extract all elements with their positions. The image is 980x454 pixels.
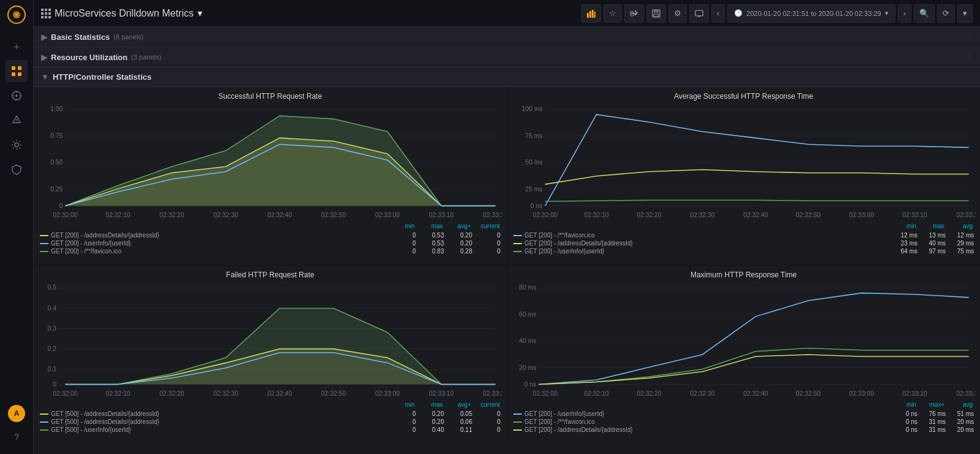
legend-row: GET [200] - /**/favicon.ico 12 ms 13 ms … (513, 232, 974, 239)
svg-text:02:33:20: 02:33:20 (483, 390, 502, 397)
chart-title-3: Maximum HTTP Response Time (512, 271, 975, 279)
user-avatar[interactable]: A (8, 405, 25, 422)
sidebar-item-settings[interactable] (6, 134, 28, 156)
sidebar-item-explore[interactable] (6, 85, 28, 107)
svg-text:02:33:20: 02:33:20 (483, 212, 502, 218)
svg-text:0.4: 0.4 (48, 305, 57, 312)
svg-text:02:32:00: 02:32:00 (53, 390, 77, 397)
svg-text:0.75: 0.75 (50, 133, 63, 139)
svg-text:02:33:20: 02:33:20 (957, 212, 975, 218)
svg-text:60 ms: 60 ms (519, 311, 536, 318)
svg-text:02:32:20: 02:32:20 (637, 212, 661, 218)
svg-text:02:32:30: 02:32:30 (213, 212, 238, 218)
svg-rect-20 (45, 12, 47, 15)
chart-svg-1: 100 ms 75 ms 50 ms 25 ms 0 ns 02:32:00 0… (512, 103, 975, 220)
svg-text:02:32:00: 02:32:00 (53, 212, 77, 218)
svg-rect-33 (695, 10, 703, 16)
section-title-resource-utilization: ▶ Resource Utilization (3 panels) (41, 53, 161, 62)
chart-title-0: Successful HTTP Request Rate (39, 92, 502, 101)
svg-text:25 ms: 25 ms (526, 186, 543, 193)
sidebar-item-add[interactable]: ＋ (6, 36, 28, 58)
display-icon (695, 9, 703, 18)
drag-handle-basic-stats[interactable]: ⠿ (967, 32, 973, 42)
svg-text:75 ms: 75 ms (526, 133, 543, 139)
next-time-button[interactable]: › (898, 4, 911, 23)
svg-point-15 (15, 143, 18, 147)
section-title-basic-statistics: ▶ Basic Statistics (8 panels) (41, 33, 144, 42)
svg-rect-19 (41, 12, 44, 15)
legend-row: GET [200] - /addressDetails/{addressId} … (40, 232, 500, 239)
sidebar-item-help[interactable]: ? (6, 426, 28, 448)
time-range-display[interactable]: 🕐 2020-01-20 02:31:51 to 2020-01-20 02:3… (727, 4, 895, 23)
sidebar-item-alerting[interactable] (6, 109, 28, 131)
svg-text:0.5: 0.5 (48, 284, 57, 291)
tv-mode-button[interactable] (689, 4, 709, 23)
svg-rect-25 (587, 13, 589, 18)
svg-text:02:32:30: 02:32:30 (690, 212, 714, 218)
legend-row: GET [200] - /userInfo/{userId} 64 ms 97 … (513, 248, 974, 255)
svg-text:02:32:40: 02:32:40 (267, 212, 292, 218)
svg-rect-27 (592, 10, 594, 18)
section-http-controller-statistics[interactable]: ▼ HTTP/Controller Statistics (34, 67, 980, 87)
chart-legend-1: min max avg GET [200] - /**/favicon.ico … (512, 220, 975, 255)
svg-text:02:32:30: 02:32:30 (213, 390, 238, 397)
legend-row: GET [200] - /userInfo/{userId} 0 0.53 0.… (40, 240, 500, 247)
content-area: ▶ Basic Statistics (8 panels) ⠿ ▶ Resour… (34, 27, 980, 454)
zoom-out-button[interactable]: 🔍 (914, 4, 935, 23)
dashboard-title-text: MicroServices Drilldown Metrics (55, 8, 194, 19)
svg-point-8 (15, 94, 18, 97)
svg-text:80 ms: 80 ms (519, 284, 536, 291)
svg-text:02:32:50: 02:32:50 (321, 212, 346, 218)
chart-svg-2: 0.5 0.4 0.3 0.2 0.1 0 02:32:00 02:32:10 … (39, 282, 502, 399)
drag-handle-resource[interactable]: ⠿ (967, 52, 973, 62)
svg-text:02:33:00: 02:33:00 (375, 390, 400, 397)
legend-row: GET [200] - /userInfo/{userId} 0 ns 76 m… (513, 410, 974, 417)
sidebar-item-shield[interactable] (6, 158, 28, 180)
star-button[interactable]: ☆ (603, 4, 622, 23)
save-button[interactable] (646, 4, 666, 23)
add-panel-button[interactable] (581, 4, 601, 23)
svg-text:0 ns: 0 ns (524, 381, 537, 388)
svg-text:0.1: 0.1 (48, 366, 57, 372)
clock-icon: 🕐 (734, 9, 743, 17)
refresh-button[interactable]: ⟳ (937, 4, 955, 23)
dashboard-title-arrow[interactable]: ▾ (197, 7, 202, 19)
chart-title-1: Average Successful HTTP Response Time (512, 92, 975, 101)
chevron-down-icon-http: ▼ (41, 72, 49, 82)
chart-area-3: 80 ms 60 ms 40 ms 20 ms 0 ns 02:32:00 02… (512, 282, 975, 399)
legend-row: GET [200] - /**/favicon.ico 0 0.83 0.28 … (40, 248, 500, 255)
svg-rect-24 (48, 16, 51, 18)
section-resource-utilization[interactable]: ▶ Resource Utilization (3 panels) ⠿ (34, 47, 980, 67)
svg-text:02:33:00: 02:33:00 (375, 212, 400, 218)
svg-text:02:32:40: 02:32:40 (267, 390, 292, 397)
settings-button[interactable]: ⚙ (668, 4, 687, 23)
legend-row: GET [500] - /addressDetails/{addressId} … (40, 410, 500, 417)
svg-text:02:33:00: 02:33:00 (849, 212, 874, 218)
share-button[interactable] (624, 4, 644, 23)
legend-row: GET [200] - /addressDetails/{addressId} … (513, 426, 974, 433)
section-title-http: ▼ HTTP/Controller Statistics (41, 72, 151, 82)
svg-rect-4 (18, 66, 21, 70)
chart-area-2: 0.5 0.4 0.3 0.2 0.1 0 02:32:00 02:32:10 … (39, 282, 502, 399)
svg-text:1.00: 1.00 (50, 106, 63, 112)
prev-time-button[interactable]: ‹ (711, 4, 725, 23)
chevron-right-icon-2: ▶ (41, 53, 47, 62)
chart-area-1: 100 ms 75 ms 50 ms 25 ms 0 ns 02:32:00 0… (512, 103, 975, 220)
legend-row: GET [200] - /addressDetails/{addressId} … (513, 240, 974, 247)
refresh-interval-button[interactable]: ▾ (957, 4, 973, 23)
chevron-right-icon: ▶ (41, 33, 47, 42)
svg-text:02:32:40: 02:32:40 (743, 212, 768, 218)
svg-text:20 ms: 20 ms (519, 364, 536, 371)
sidebar-item-dashboards[interactable] (6, 60, 28, 82)
svg-text:02:32:10: 02:32:10 (105, 212, 130, 218)
chart-failed-http-request-rate: Failed HTTP Request Rate 0.5 0.4 0.3 0.2… (34, 266, 507, 444)
svg-rect-31 (654, 10, 659, 13)
app-logo[interactable] (7, 5, 26, 25)
time-range-text: 2020-01-20 02:31:51 to 2020-01-20 02:33:… (746, 10, 881, 17)
svg-text:0: 0 (59, 202, 63, 209)
chart-area-0: 1.00 0.75 0.50 0.25 0 02:32:00 02:32:10 … (39, 103, 502, 220)
svg-rect-23 (45, 16, 47, 18)
section-basic-statistics[interactable]: ▶ Basic Statistics (8 panels) ⠿ (34, 27, 980, 47)
chart-maximum-http-response-time: Maximum HTTP Response Time 80 ms 60 ms 4… (507, 266, 980, 444)
svg-text:02:32:50: 02:32:50 (321, 390, 346, 397)
